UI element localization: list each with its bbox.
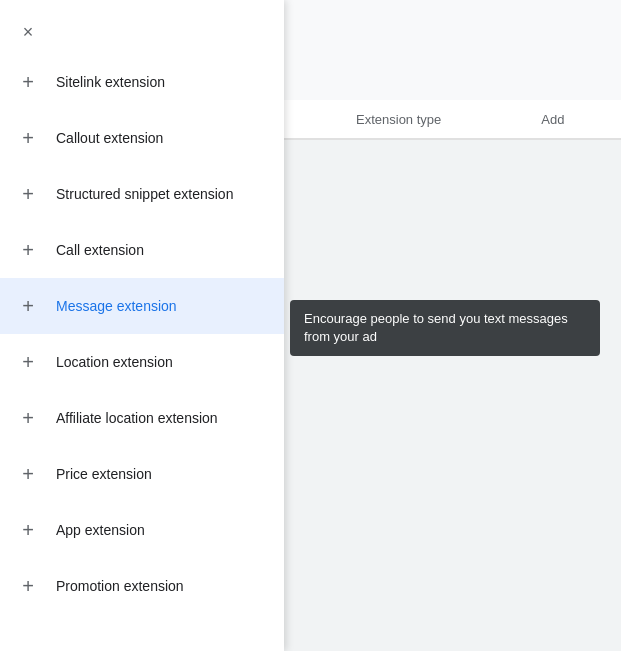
menu-item-location[interactable]: +Location extension xyxy=(0,334,284,390)
close-button[interactable]: × xyxy=(16,20,40,44)
plus-icon: + xyxy=(16,70,40,94)
close-area: × xyxy=(0,0,284,54)
plus-icon: + xyxy=(16,238,40,262)
plus-icon: + xyxy=(16,126,40,150)
menu-item-structured-snippet[interactable]: +Structured snippet extension xyxy=(0,166,284,222)
plus-icon: + xyxy=(16,518,40,542)
menu-item-label-message: Message extension xyxy=(56,298,177,314)
message-extension-tooltip: Encourage people to send you text messag… xyxy=(290,300,600,356)
menu-item-callout[interactable]: +Callout extension xyxy=(0,110,284,166)
extension-dropdown-panel: × +Sitelink extension+Callout extension+… xyxy=(0,0,284,651)
extension-type-column-header: Extension type xyxy=(356,112,441,127)
add-column-header: Add xyxy=(541,112,564,127)
plus-icon: + xyxy=(16,350,40,374)
menu-item-affiliate-location[interactable]: +Affiliate location extension xyxy=(0,390,284,446)
tooltip-text: Encourage people to send you text messag… xyxy=(304,311,568,344)
close-icon: × xyxy=(23,22,34,43)
menu-item-label-location: Location extension xyxy=(56,354,173,370)
menu-item-label-affiliate-location: Affiliate location extension xyxy=(56,410,218,426)
menu-item-label-sitelink: Sitelink extension xyxy=(56,74,165,90)
menu-item-label-price: Price extension xyxy=(56,466,152,482)
menu-item-label-structured-snippet: Structured snippet extension xyxy=(56,186,233,202)
menu-item-sitelink[interactable]: +Sitelink extension xyxy=(0,54,284,110)
plus-icon: + xyxy=(16,462,40,486)
menu-item-app[interactable]: +App extension xyxy=(0,502,284,558)
menu-item-message[interactable]: +Message extension xyxy=(0,278,284,334)
menu-item-label-app: App extension xyxy=(56,522,145,538)
plus-icon: + xyxy=(16,406,40,430)
extension-menu-list: +Sitelink extension+Callout extension+St… xyxy=(0,54,284,651)
table-header: Extension type Add xyxy=(280,100,621,140)
plus-icon: + xyxy=(16,294,40,318)
menu-item-price[interactable]: +Price extension xyxy=(0,446,284,502)
menu-item-call[interactable]: +Call extension xyxy=(0,222,284,278)
content-area xyxy=(280,140,621,651)
plus-icon: + xyxy=(16,182,40,206)
menu-item-promotion[interactable]: +Promotion extension xyxy=(0,558,284,614)
menu-item-label-callout: Callout extension xyxy=(56,130,163,146)
plus-icon: + xyxy=(16,574,40,598)
menu-item-label-call: Call extension xyxy=(56,242,144,258)
menu-item-label-promotion: Promotion extension xyxy=(56,578,184,594)
